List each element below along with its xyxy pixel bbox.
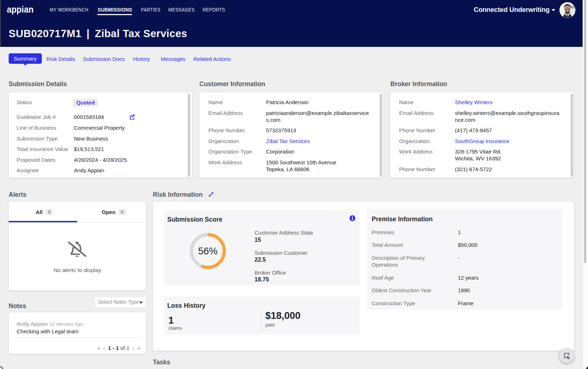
svg-text:56%: 56% (198, 246, 217, 257)
svg-text:appian: appian (7, 4, 34, 15)
